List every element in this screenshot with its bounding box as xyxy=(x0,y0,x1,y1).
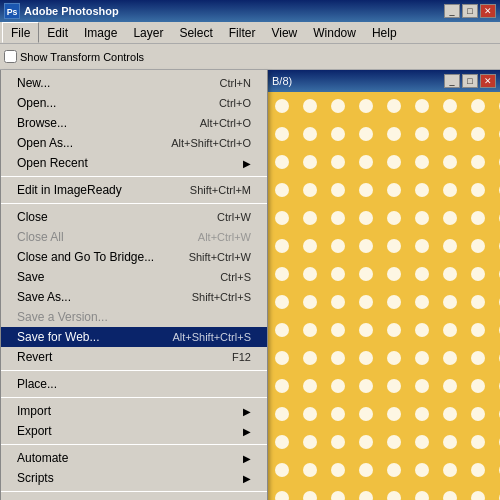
menu-view[interactable]: View xyxy=(263,22,305,43)
menu-save-version: Save a Version... xyxy=(1,307,267,327)
svg-rect-4 xyxy=(268,92,500,500)
menu-open-recent[interactable]: Open Recent ▶ xyxy=(1,153,267,173)
main-area: New... Ctrl+N Open... Ctrl+O Browse... A… xyxy=(0,70,500,500)
menu-filter[interactable]: Filter xyxy=(221,22,264,43)
menu-file[interactable]: File xyxy=(2,22,39,43)
window-controls: _ □ ✕ xyxy=(444,4,496,18)
dropdown-section-3: Close Ctrl+W Close All Alt+Ctrl+W Close … xyxy=(1,207,267,367)
menu-new[interactable]: New... Ctrl+N xyxy=(1,73,267,93)
divider-6 xyxy=(1,491,267,492)
menu-save-for-web[interactable]: Save for Web... Alt+Shift+Ctrl+S xyxy=(1,327,267,347)
divider-1 xyxy=(1,176,267,177)
show-transform-checkbox[interactable] xyxy=(4,50,17,63)
image-close-button[interactable]: ✕ xyxy=(480,74,496,88)
dropdown-section-2: Edit in ImageReady Shift+Ctrl+M xyxy=(1,180,267,200)
divider-3 xyxy=(1,370,267,371)
dropdown-section-1: New... Ctrl+N Open... Ctrl+O Browse... A… xyxy=(1,70,267,173)
divider-5 xyxy=(1,444,267,445)
dropdown-section-5: Import ▶ Export ▶ xyxy=(1,401,267,441)
menu-open[interactable]: Open... Ctrl+O xyxy=(1,93,267,113)
menu-close-all: Close All Alt+Ctrl+W xyxy=(1,227,267,247)
menu-save[interactable]: Save Ctrl+S xyxy=(1,267,267,287)
menu-automate[interactable]: Automate ▶ xyxy=(1,448,267,468)
menu-scripts[interactable]: Scripts ▶ xyxy=(1,468,267,488)
image-window-controls: _ □ ✕ xyxy=(444,74,496,88)
menu-image[interactable]: Image xyxy=(76,22,125,43)
show-transform-label: Show Transform Controls xyxy=(4,50,144,63)
menu-place[interactable]: Place... xyxy=(1,374,267,394)
menu-layer[interactable]: Layer xyxy=(125,22,171,43)
menu-export[interactable]: Export ▶ xyxy=(1,421,267,441)
app-icon: Ps xyxy=(4,3,20,19)
menu-help[interactable]: Help xyxy=(364,22,405,43)
menu-close-go-bridge[interactable]: Close and Go To Bridge... Shift+Ctrl+W xyxy=(1,247,267,267)
dropdown-section-4: Place... xyxy=(1,374,267,394)
toolbar: Show Transform Controls xyxy=(0,44,500,70)
minimize-button[interactable]: _ xyxy=(444,4,460,18)
menu-close[interactable]: Close Ctrl+W xyxy=(1,207,267,227)
menu-save-as[interactable]: Save As... Shift+Ctrl+S xyxy=(1,287,267,307)
menu-revert[interactable]: Revert F12 xyxy=(1,347,267,367)
close-button[interactable]: ✕ xyxy=(480,4,496,18)
image-titlebar: B/8) _ □ ✕ xyxy=(268,70,500,92)
menu-bar: File Edit Image Layer Select Filter View… xyxy=(0,22,500,44)
menu-edit[interactable]: Edit xyxy=(39,22,76,43)
file-dropdown-menu: New... Ctrl+N Open... Ctrl+O Browse... A… xyxy=(0,70,268,500)
image-maximize-button[interactable]: □ xyxy=(462,74,478,88)
divider-4 xyxy=(1,397,267,398)
maximize-button[interactable]: □ xyxy=(462,4,478,18)
menu-file-info[interactable]: File Info... Alt+Shift+Ctrl+I xyxy=(1,495,267,500)
dropdown-section-6: Automate ▶ Scripts ▶ xyxy=(1,448,267,488)
divider-2 xyxy=(1,203,267,204)
image-window: B/8) _ □ ✕ xyxy=(268,70,500,500)
menu-import[interactable]: Import ▶ xyxy=(1,401,267,421)
image-area: B/8) _ □ ✕ xyxy=(268,70,500,500)
dropdown-section-7: File Info... Alt+Shift+Ctrl+I xyxy=(1,495,267,500)
menu-window[interactable]: Window xyxy=(305,22,364,43)
app-title: Adobe Photoshop xyxy=(24,5,444,17)
polka-dot-background xyxy=(268,92,500,500)
menu-open-as[interactable]: Open As... Alt+Shift+Ctrl+O xyxy=(1,133,267,153)
menu-edit-imageready[interactable]: Edit in ImageReady Shift+Ctrl+M xyxy=(1,180,267,200)
image-title: B/8) xyxy=(272,75,444,87)
menu-select[interactable]: Select xyxy=(171,22,220,43)
svg-text:Ps: Ps xyxy=(7,7,18,17)
title-bar: Ps Adobe Photoshop _ □ ✕ xyxy=(0,0,500,22)
image-minimize-button[interactable]: _ xyxy=(444,74,460,88)
menu-browse[interactable]: Browse... Alt+Ctrl+O xyxy=(1,113,267,133)
